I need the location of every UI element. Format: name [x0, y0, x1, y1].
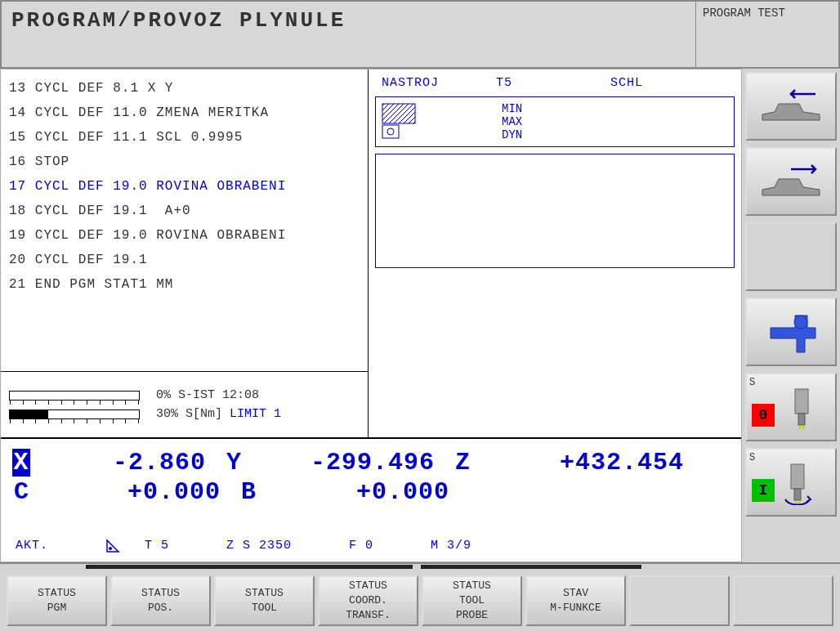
- program-line[interactable]: 20 CYCL DEF 19.1: [9, 248, 360, 272]
- program-listing[interactable]: 13 CYCL DEF 8.1 X Y14 CYCL DEF 11.0 ZMEN…: [1, 69, 369, 371]
- tool-max: MAX: [502, 115, 522, 128]
- svg-point-3: [109, 547, 112, 550]
- axis-z: Z: [455, 449, 488, 477]
- program-line[interactable]: 16 STOP: [9, 150, 360, 174]
- side-btn-feed-left[interactable]: [745, 72, 837, 141]
- axis-x: X: [12, 449, 30, 477]
- val-y: -299.496: [259, 449, 455, 477]
- softkey-mfunkce[interactable]: STAVM-FUNKCE: [525, 575, 626, 626]
- header-bar: PROGRAM/PROVOZ PLYNULE PROGRAM TEST: [0, 0, 840, 69]
- val-x: -2.860: [30, 449, 226, 477]
- tool-header: NASTROJ T5 SCHL: [375, 73, 735, 93]
- tool-dyn: DYN: [502, 128, 522, 141]
- status-bars: 0% S-IST 12:08 30% S[Nm] LIMIT 1: [1, 371, 369, 437]
- program-line[interactable]: 15 CYCL DEF 11.1 SCL 0.9995: [9, 125, 360, 150]
- val-z: +432.454: [488, 449, 684, 477]
- status-line: AKT. T 5 Z S 2350 F 0 M 3/9: [12, 539, 730, 553]
- side-btn-feed-right[interactable]: [745, 147, 837, 216]
- tool-panel: NASTROJ T5 SCHL: [369, 69, 741, 371]
- program-line[interactable]: 13 CYCL DEF 8.1 X Y: [9, 76, 360, 101]
- page-title: PROGRAM/PROVOZ PLYNULE: [2, 2, 695, 67]
- program-line[interactable]: 14 CYCL DEF 11.0 ZMENA MERITKA: [9, 101, 360, 125]
- softkey-pos[interactable]: STATUSPOS.: [110, 575, 211, 626]
- bar-s-ist: [9, 391, 140, 401]
- softkey-tool[interactable]: STATUSTOOLPROBE: [422, 575, 522, 626]
- softkey-coord[interactable]: STATUSCOORD.TRANSF.: [318, 575, 418, 626]
- softkey-bar: STATUSPGMSTATUSPOS.STATUSTOOLSTATUSCOORD…: [0, 562, 840, 631]
- softkey-pgm[interactable]: STATUSPGM: [7, 575, 107, 626]
- program-line[interactable]: 17 CYCL DEF 19.0 ROVINA OBRABENI: [9, 174, 360, 199]
- tool-icon: [381, 102, 428, 141]
- tool-info-box: MIN MAX DYN: [375, 96, 735, 147]
- softkey-empty[interactable]: [629, 575, 730, 626]
- graphic-area: [375, 154, 735, 268]
- side-btn-3[interactable]: [745, 222, 837, 291]
- val-b: +0.000: [274, 478, 470, 506]
- coordinate-display: X -2.860 Y -299.496 Z +432.454 C +0.000 …: [1, 437, 741, 562]
- svg-rect-0: [382, 104, 415, 123]
- side-btn-spindle-start[interactable]: S I: [745, 448, 837, 517]
- tool-min: MIN: [502, 102, 522, 115]
- val-c: +0.000: [45, 478, 241, 506]
- svg-rect-5: [795, 389, 808, 414]
- sidebar: S 0 S I: [742, 69, 840, 562]
- svg-rect-8: [802, 425, 804, 429]
- program-line[interactable]: 18 CYCL DEF 19.1 A+0: [9, 199, 360, 223]
- bar2-label: 30% S[Nm] LIMIT 1: [156, 407, 281, 421]
- axis-b: B: [241, 478, 274, 506]
- axis-c: C: [12, 478, 45, 506]
- svg-rect-6: [798, 414, 805, 425]
- softkey-tool[interactable]: STATUSTOOL: [214, 575, 315, 626]
- svg-rect-12: [798, 500, 800, 504]
- side-btn-spindle-stop[interactable]: S 0: [745, 373, 837, 441]
- svg-rect-9: [791, 464, 804, 489]
- program-line[interactable]: 19 CYCL DEF 19.0 ROVINA OBRABENI: [9, 223, 360, 248]
- svg-point-4: [794, 316, 807, 329]
- datum-icon: [105, 539, 120, 553]
- svg-point-2: [387, 128, 394, 135]
- axis-y: Y: [226, 449, 259, 477]
- svg-rect-11: [795, 500, 797, 504]
- header-mode: PROGRAM TEST: [695, 2, 838, 67]
- bar-snm: [9, 409, 140, 419]
- svg-rect-10: [794, 489, 801, 500]
- program-line[interactable]: 21 END PGM STAT1 MM: [9, 272, 360, 297]
- bar1-label: 0% S-IST 12:08: [156, 388, 259, 402]
- softkey-empty[interactable]: [733, 575, 833, 626]
- side-btn-coolant[interactable]: [745, 298, 837, 366]
- svg-rect-7: [799, 425, 801, 429]
